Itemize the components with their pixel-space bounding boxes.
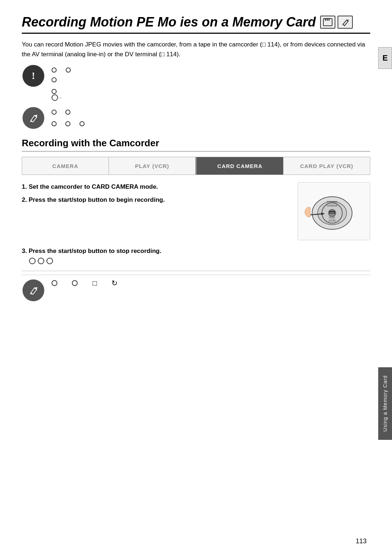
b-bullet-1 <box>52 280 57 286</box>
svg-text:POWER: POWER <box>327 200 338 204</box>
memory-card-icon <box>320 16 335 29</box>
step3-bullets <box>29 258 370 264</box>
page: E Using a Memory Card 113 Recording Moti… <box>0 0 392 556</box>
page-number: 113 <box>356 537 367 545</box>
svg-rect-1 <box>325 19 326 21</box>
bottom-symbols: □ ↻ <box>52 279 118 287</box>
bullet-1d <box>52 89 57 94</box>
pencil-bullets-1 <box>52 106 85 130</box>
title-icons <box>320 16 353 29</box>
p-bullet-1b <box>65 110 70 115</box>
b-bullet-2 <box>72 280 78 286</box>
bullet-1a <box>52 68 57 73</box>
body-text: You can record Motion JPEG movies with t… <box>22 40 370 59</box>
camcorder-diagram: POWER CAMERA OFF PLAY (VCR) <box>298 182 370 240</box>
bullet-1c <box>52 77 57 82</box>
tab-play-vcr[interactable]: PLAY (VCR) <box>109 157 196 175</box>
circle-large-1 <box>52 94 58 101</box>
p-bullet-1a <box>52 110 57 115</box>
section-heading: Recording with the Camcorder <box>22 138 370 152</box>
svg-text:(VCR): (VCR) <box>328 219 335 222</box>
pencil-circle-1 <box>23 107 44 129</box>
pencil-note-1 <box>22 106 370 130</box>
side-tab-e: E <box>378 47 392 69</box>
tab-card-camera[interactable]: CARD CAMERA <box>197 157 283 175</box>
s3-bullet-2 <box>38 258 44 264</box>
p-bullet-1c <box>52 121 57 126</box>
bottom-note-row: □ ↻ <box>22 275 370 302</box>
book-symbol: □ <box>93 279 97 287</box>
page-title: Recording Motion PE Mo ies on a Memory C… <box>22 15 370 30</box>
bullet-text-1a <box>60 64 63 76</box>
pencil-title-icon <box>338 16 353 29</box>
bottom-divider <box>22 271 370 271</box>
tab-camera[interactable]: CAMERA <box>22 157 109 175</box>
tab-card-play-vcr[interactable]: CARD PLAY (VCR) <box>283 157 370 175</box>
s3-bullet-1 <box>29 258 36 264</box>
svg-rect-2 <box>327 19 328 21</box>
s3-bullet-3 <box>46 258 53 264</box>
side-tab-memory: Using a Memory Card <box>378 367 392 440</box>
bullet-1b <box>66 68 71 73</box>
title-divider <box>22 33 370 34</box>
step-3: 3. Press the start/stop button to stop r… <box>22 248 370 255</box>
steps-text: 1. Set the camcorder to CARD CAMERA mode… <box>22 182 287 208</box>
warning-bullets: ○ <box>52 64 71 101</box>
main-content: Recording Motion PE Mo ies on a Memory C… <box>22 15 370 534</box>
double-circle-1: ○ <box>52 94 61 101</box>
pencil-circle-2 <box>23 279 44 301</box>
refresh-symbol: ↻ <box>111 279 118 287</box>
steps-area: 1. Set the camcorder to CARD CAMERA mode… <box>22 182 370 240</box>
step-1: 1. Set the camcorder to CARD CAMERA mode… <box>22 182 287 192</box>
svg-text:PLAY: PLAY <box>329 216 335 219</box>
step-2: 2. Press the start/stop button to begin … <box>22 195 287 205</box>
svg-text:OFF: OFF <box>330 212 334 214</box>
p-bullet-1d <box>65 121 70 126</box>
pencil-icon-1 <box>22 106 45 130</box>
warning-icon: ! <box>22 64 45 87</box>
mode-tabs: CAMERA PLAY (VCR) CARD CAMERA CARD PLAY … <box>22 157 370 175</box>
p-bullet-1e <box>79 121 85 126</box>
warning-circle: ! <box>23 65 44 87</box>
warning-note-1: ! ○ <box>22 64 370 101</box>
svg-rect-3 <box>328 19 330 21</box>
pencil-icon-2 <box>22 279 45 302</box>
svg-text:CAMERA: CAMERA <box>327 204 338 207</box>
